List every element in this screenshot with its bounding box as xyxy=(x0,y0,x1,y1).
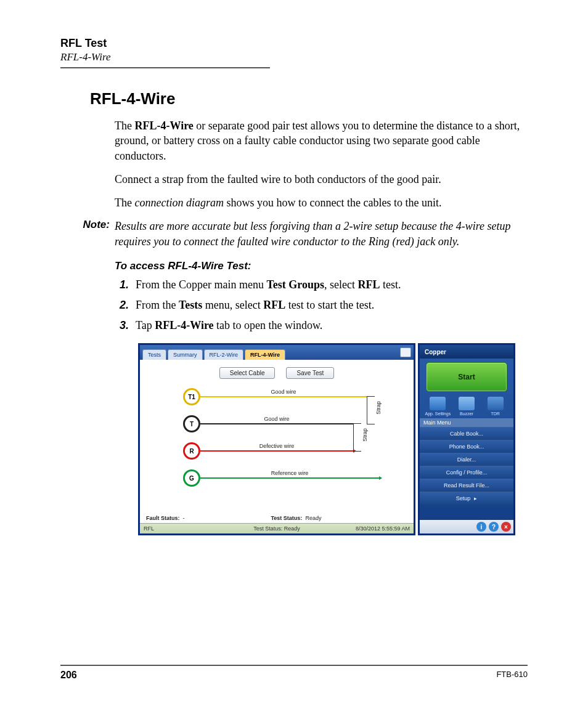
chevron-right-icon: ▸ xyxy=(474,495,477,501)
select-cable-button[interactable]: Select Cable xyxy=(219,367,276,379)
header-subtitle: RFL-4-Wire xyxy=(60,51,528,63)
strap-1 xyxy=(367,396,375,424)
menu-cable-book[interactable]: Cable Book... xyxy=(420,427,513,440)
connection-diagram: T1 Good wire T Good wire R xyxy=(183,387,414,498)
text: , select xyxy=(324,278,357,291)
text-bold: Test Groups xyxy=(266,278,324,291)
intro-paragraph-1: The RFL-4-Wire or separate good pair tes… xyxy=(115,118,528,163)
tab-rfl-4-wire[interactable]: RFL-4-Wire xyxy=(245,349,285,360)
procedure-title: To access RFL-4-Wire Test: xyxy=(115,260,528,272)
port-g: G xyxy=(183,469,200,487)
text: From the xyxy=(136,299,179,311)
footer-rule xyxy=(60,665,528,666)
text: Tap xyxy=(136,319,155,331)
menu-config-profile[interactable]: Config / Profile... xyxy=(420,466,513,479)
info-icon[interactable]: i xyxy=(476,522,486,532)
speaker-icon xyxy=(459,397,475,410)
wire-t1: Good wire xyxy=(200,396,367,397)
section-title: RFL-4-Wire xyxy=(90,89,528,108)
text-bold: RFL xyxy=(263,299,285,311)
step-3: Tap RFL-4-Wire tab to open the window. xyxy=(132,319,528,332)
tab-summary[interactable]: Summary xyxy=(168,349,203,360)
text: menu, select xyxy=(202,299,263,311)
header-title: RFL Test xyxy=(60,37,528,50)
menu-dialer[interactable]: Dialer... xyxy=(420,453,513,466)
menu-phone-book[interactable]: Phone Book... xyxy=(420,440,513,453)
button-row: Select Cable Save Test xyxy=(140,367,414,379)
test-status: Test Status: Ready xyxy=(271,515,322,521)
help-icon[interactable]: ? xyxy=(489,522,499,532)
port-r: R xyxy=(183,442,200,460)
gear-icon xyxy=(430,397,446,410)
footer-center: Test Status: Ready xyxy=(253,525,300,532)
test-status-label: Test Status: xyxy=(271,515,303,521)
note-block: Note: Results are more accurate but less… xyxy=(60,219,528,249)
text: shows you how to connect the cables to t… xyxy=(224,197,441,209)
wire-r: Defective wire xyxy=(200,450,353,452)
toolbar-icon[interactable] xyxy=(400,347,411,357)
intro-paragraph-3: The connection diagram shows you how to … xyxy=(115,195,528,210)
strap-label-2: Strap xyxy=(362,428,368,442)
side-title: Copper xyxy=(420,345,513,359)
arrowhead-icon xyxy=(379,476,382,480)
footer-right: 8/30/2012 5:55:59 AM xyxy=(356,525,410,532)
port-t1: T1 xyxy=(183,388,200,405)
app-footer-bar: RFL Test Status: Ready 8/30/2012 5:55:59… xyxy=(140,523,414,533)
port-t: T xyxy=(183,415,200,432)
page-header: RFL Test RFL-4-Wire xyxy=(60,37,528,68)
start-button-label: Start xyxy=(458,373,475,381)
text-italic: connection diagram xyxy=(134,197,223,209)
step-1: From the Copper main menu Test Groups, s… xyxy=(132,278,528,291)
app-main-panel: Tests Summary RFL-2-Wire RFL-4-Wire Sele… xyxy=(138,343,415,535)
text: test. xyxy=(380,278,401,291)
test-status-value: Ready xyxy=(305,515,321,521)
app-body: Select Cable Save Test T1 Good wire T xyxy=(140,360,414,524)
menu-read-result-file[interactable]: Read Result File... xyxy=(420,479,513,492)
app-side-panel: Copper Start App. Settings Buzzer TDR xyxy=(418,343,515,535)
note-text: Results are more accurate but less forgi… xyxy=(115,219,528,249)
wire-label-reference: Reference wire xyxy=(269,470,311,476)
strap-2 xyxy=(353,423,361,452)
wire-label-good-1: Good wire xyxy=(268,389,298,395)
side-footer: i ? × xyxy=(420,520,513,533)
menu-setup-label: Setup xyxy=(456,495,471,501)
header-rule xyxy=(60,67,270,68)
side-icon-row: App. Settings Buzzer TDR xyxy=(420,396,513,417)
page-footer: 206 FTB-610 xyxy=(60,665,528,681)
note-label: Note: xyxy=(60,219,115,249)
tab-bar: Tests Summary RFL-2-Wire RFL-4-Wire xyxy=(140,345,414,360)
procedure-steps: From the Copper main menu Test Groups, s… xyxy=(115,278,528,332)
text: The xyxy=(115,120,134,132)
icon-label: App. Settings xyxy=(425,412,451,416)
text: The xyxy=(115,197,134,209)
intro-paragraph-2: Connect a strap from the faulted wire to… xyxy=(115,172,528,187)
tab-tests[interactable]: Tests xyxy=(142,349,166,360)
footer-left: RFL xyxy=(144,525,154,532)
icon-label: TDR xyxy=(491,412,499,416)
embedded-screenshot: Tests Summary RFL-2-Wire RFL-4-Wire Sele… xyxy=(138,343,515,546)
start-button[interactable]: Start xyxy=(426,362,507,392)
close-icon[interactable]: × xyxy=(501,522,511,532)
tabbar-right xyxy=(400,345,414,360)
status-row: Fault Status: - Test Status: Ready xyxy=(146,515,407,521)
text: test to start the test. xyxy=(285,299,374,311)
tab-rfl-2-wire[interactable]: RFL-2-Wire xyxy=(204,349,244,360)
save-test-button[interactable]: Save Test xyxy=(286,367,334,379)
wire-label-defective: Defective wire xyxy=(257,443,297,449)
side-menu-header: Main Menu xyxy=(420,418,513,427)
fault-status-label: Fault Status: xyxy=(146,515,180,521)
text-bold: RFL-4-Wire xyxy=(134,120,193,132)
wire-t: Good wire xyxy=(200,423,353,424)
wire-label-good-2: Good wire xyxy=(261,416,292,422)
menu-setup[interactable]: Setup ▸ xyxy=(420,492,513,505)
tdr-button[interactable]: TDR xyxy=(481,397,510,416)
product-model: FTB-610 xyxy=(496,670,528,681)
text: From the Copper main menu xyxy=(136,278,266,291)
buzzer-button[interactable]: Buzzer xyxy=(452,397,481,416)
side-title-label: Copper xyxy=(425,349,446,355)
strap-label-1: Strap xyxy=(375,401,382,415)
text-bold: RFL xyxy=(358,278,380,291)
wire-g: Reference wire xyxy=(200,477,379,479)
icon-label: Buzzer xyxy=(460,412,473,416)
app-settings-button[interactable]: App. Settings xyxy=(423,397,452,416)
